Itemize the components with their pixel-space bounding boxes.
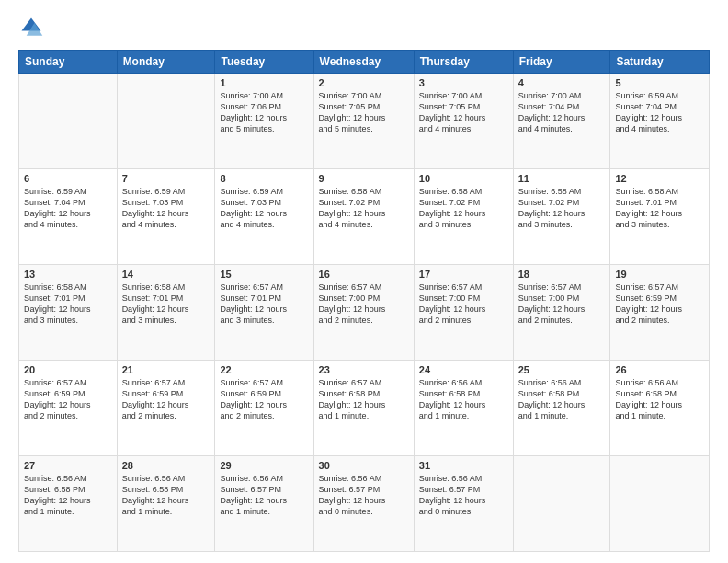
day-number: 18 bbox=[518, 269, 606, 280]
day-cell: 5Sunrise: 6:59 AM Sunset: 7:04 PM Daylig… bbox=[610, 74, 710, 169]
day-number: 12 bbox=[615, 173, 704, 184]
day-cell: 21Sunrise: 6:57 AM Sunset: 6:59 PM Dayli… bbox=[117, 361, 215, 456]
day-cell: 20Sunrise: 6:57 AM Sunset: 6:59 PM Dayli… bbox=[19, 361, 118, 456]
day-number: 1 bbox=[220, 77, 308, 88]
day-number: 19 bbox=[615, 269, 704, 280]
day-cell: 10Sunrise: 6:58 AM Sunset: 7:02 PM Dayli… bbox=[414, 169, 513, 265]
day-cell: 1Sunrise: 7:00 AM Sunset: 7:06 PM Daylig… bbox=[215, 74, 313, 169]
day-info: Sunrise: 6:58 AM Sunset: 7:01 PM Dayligh… bbox=[615, 186, 704, 231]
day-cell: 24Sunrise: 6:56 AM Sunset: 6:58 PM Dayli… bbox=[414, 361, 513, 456]
day-cell: 7Sunrise: 6:59 AM Sunset: 7:03 PM Daylig… bbox=[117, 169, 215, 265]
day-info: Sunrise: 6:57 AM Sunset: 7:00 PM Dayligh… bbox=[419, 282, 508, 327]
header-cell-monday: Monday bbox=[117, 51, 215, 74]
day-cell: 18Sunrise: 6:57 AM Sunset: 7:00 PM Dayli… bbox=[513, 265, 610, 361]
day-cell: 4Sunrise: 7:00 AM Sunset: 7:04 PM Daylig… bbox=[513, 74, 610, 169]
page: SundayMondayTuesdayWednesdayThursdayFrid… bbox=[0, 0, 728, 563]
logo bbox=[18, 15, 48, 40]
header-cell-sunday: Sunday bbox=[19, 51, 118, 74]
day-cell: 28Sunrise: 6:56 AM Sunset: 6:58 PM Dayli… bbox=[117, 456, 215, 552]
day-info: Sunrise: 6:56 AM Sunset: 6:58 PM Dayligh… bbox=[615, 377, 704, 422]
day-number: 24 bbox=[419, 364, 508, 375]
day-info: Sunrise: 6:57 AM Sunset: 6:59 PM Dayligh… bbox=[24, 377, 112, 422]
day-number: 23 bbox=[319, 364, 409, 375]
day-cell: 15Sunrise: 6:57 AM Sunset: 7:01 PM Dayli… bbox=[215, 265, 313, 361]
day-info: Sunrise: 6:57 AM Sunset: 7:00 PM Dayligh… bbox=[518, 282, 606, 327]
day-number: 2 bbox=[319, 77, 409, 88]
day-number: 6 bbox=[24, 173, 112, 184]
day-cell: 2Sunrise: 7:00 AM Sunset: 7:05 PM Daylig… bbox=[313, 74, 414, 169]
day-number: 10 bbox=[419, 173, 508, 184]
header-cell-wednesday: Wednesday bbox=[313, 51, 414, 74]
calendar-table: SundayMondayTuesdayWednesdayThursdayFrid… bbox=[18, 50, 710, 552]
day-number: 29 bbox=[220, 460, 308, 471]
day-cell bbox=[19, 74, 118, 169]
day-cell: 25Sunrise: 6:56 AM Sunset: 6:58 PM Dayli… bbox=[513, 361, 610, 456]
day-cell: 3Sunrise: 7:00 AM Sunset: 7:05 PM Daylig… bbox=[414, 74, 513, 169]
day-info: Sunrise: 6:58 AM Sunset: 7:01 PM Dayligh… bbox=[24, 282, 112, 327]
week-row-2: 6Sunrise: 6:59 AM Sunset: 7:04 PM Daylig… bbox=[19, 169, 710, 265]
day-number: 14 bbox=[122, 269, 210, 280]
day-cell: 30Sunrise: 6:56 AM Sunset: 6:57 PM Dayli… bbox=[313, 456, 414, 552]
day-info: Sunrise: 6:57 AM Sunset: 7:01 PM Dayligh… bbox=[220, 282, 308, 327]
day-info: Sunrise: 7:00 AM Sunset: 7:06 PM Dayligh… bbox=[220, 90, 308, 135]
calendar-header: SundayMondayTuesdayWednesdayThursdayFrid… bbox=[19, 51, 710, 74]
header-cell-saturday: Saturday bbox=[610, 51, 710, 74]
day-number: 5 bbox=[615, 77, 704, 88]
day-number: 25 bbox=[518, 364, 606, 375]
day-number: 7 bbox=[122, 173, 210, 184]
day-cell bbox=[610, 456, 710, 552]
day-info: Sunrise: 6:57 AM Sunset: 6:58 PM Dayligh… bbox=[319, 377, 409, 422]
header-cell-thursday: Thursday bbox=[414, 51, 513, 74]
day-info: Sunrise: 6:59 AM Sunset: 7:04 PM Dayligh… bbox=[24, 186, 112, 231]
day-cell: 9Sunrise: 6:58 AM Sunset: 7:02 PM Daylig… bbox=[313, 169, 414, 265]
day-info: Sunrise: 7:00 AM Sunset: 7:04 PM Dayligh… bbox=[518, 90, 606, 135]
day-number: 27 bbox=[24, 460, 112, 471]
day-info: Sunrise: 6:56 AM Sunset: 6:57 PM Dayligh… bbox=[419, 473, 508, 518]
day-cell: 14Sunrise: 6:58 AM Sunset: 7:01 PM Dayli… bbox=[117, 265, 215, 361]
day-cell: 17Sunrise: 6:57 AM Sunset: 7:00 PM Dayli… bbox=[414, 265, 513, 361]
day-number: 9 bbox=[319, 173, 409, 184]
day-cell: 16Sunrise: 6:57 AM Sunset: 7:00 PM Dayli… bbox=[313, 265, 414, 361]
day-number: 13 bbox=[24, 269, 112, 280]
day-info: Sunrise: 6:56 AM Sunset: 6:58 PM Dayligh… bbox=[518, 377, 606, 422]
day-cell: 13Sunrise: 6:58 AM Sunset: 7:01 PM Dayli… bbox=[19, 265, 118, 361]
header-row: SundayMondayTuesdayWednesdayThursdayFrid… bbox=[19, 51, 710, 74]
day-cell: 22Sunrise: 6:57 AM Sunset: 6:59 PM Dayli… bbox=[215, 361, 313, 456]
day-number: 16 bbox=[319, 269, 409, 280]
day-cell: 19Sunrise: 6:57 AM Sunset: 6:59 PM Dayli… bbox=[610, 265, 710, 361]
day-info: Sunrise: 6:58 AM Sunset: 7:01 PM Dayligh… bbox=[122, 282, 210, 327]
day-info: Sunrise: 6:59 AM Sunset: 7:04 PM Dayligh… bbox=[615, 90, 704, 135]
day-number: 26 bbox=[615, 364, 704, 375]
day-cell bbox=[513, 456, 610, 552]
day-info: Sunrise: 6:57 AM Sunset: 6:59 PM Dayligh… bbox=[615, 282, 704, 327]
day-info: Sunrise: 6:56 AM Sunset: 6:58 PM Dayligh… bbox=[419, 377, 508, 422]
day-info: Sunrise: 6:58 AM Sunset: 7:02 PM Dayligh… bbox=[419, 186, 508, 231]
day-cell: 27Sunrise: 6:56 AM Sunset: 6:58 PM Dayli… bbox=[19, 456, 118, 552]
day-number: 3 bbox=[419, 77, 508, 88]
day-cell: 26Sunrise: 6:56 AM Sunset: 6:58 PM Dayli… bbox=[610, 361, 710, 456]
day-cell: 31Sunrise: 6:56 AM Sunset: 6:57 PM Dayli… bbox=[414, 456, 513, 552]
day-number: 15 bbox=[220, 269, 308, 280]
header bbox=[18, 15, 710, 40]
day-cell: 8Sunrise: 6:59 AM Sunset: 7:03 PM Daylig… bbox=[215, 169, 313, 265]
day-info: Sunrise: 6:59 AM Sunset: 7:03 PM Dayligh… bbox=[220, 186, 308, 231]
day-number: 4 bbox=[518, 77, 606, 88]
day-info: Sunrise: 6:58 AM Sunset: 7:02 PM Dayligh… bbox=[319, 186, 409, 231]
week-row-1: 1Sunrise: 7:00 AM Sunset: 7:06 PM Daylig… bbox=[19, 74, 710, 169]
day-number: 11 bbox=[518, 173, 606, 184]
day-cell: 29Sunrise: 6:56 AM Sunset: 6:57 PM Dayli… bbox=[215, 456, 313, 552]
day-info: Sunrise: 6:56 AM Sunset: 6:57 PM Dayligh… bbox=[220, 473, 308, 518]
logo-icon bbox=[18, 15, 44, 40]
day-number: 28 bbox=[122, 460, 210, 471]
header-cell-tuesday: Tuesday bbox=[215, 51, 313, 74]
day-number: 17 bbox=[419, 269, 508, 280]
day-number: 30 bbox=[319, 460, 409, 471]
day-number: 21 bbox=[122, 364, 210, 375]
day-info: Sunrise: 6:58 AM Sunset: 7:02 PM Dayligh… bbox=[518, 186, 606, 231]
day-cell: 12Sunrise: 6:58 AM Sunset: 7:01 PM Dayli… bbox=[610, 169, 710, 265]
day-info: Sunrise: 6:56 AM Sunset: 6:57 PM Dayligh… bbox=[319, 473, 409, 518]
day-info: Sunrise: 6:57 AM Sunset: 6:59 PM Dayligh… bbox=[220, 377, 308, 422]
week-row-5: 27Sunrise: 6:56 AM Sunset: 6:58 PM Dayli… bbox=[19, 456, 710, 552]
day-number: 20 bbox=[24, 364, 112, 375]
day-number: 22 bbox=[220, 364, 308, 375]
